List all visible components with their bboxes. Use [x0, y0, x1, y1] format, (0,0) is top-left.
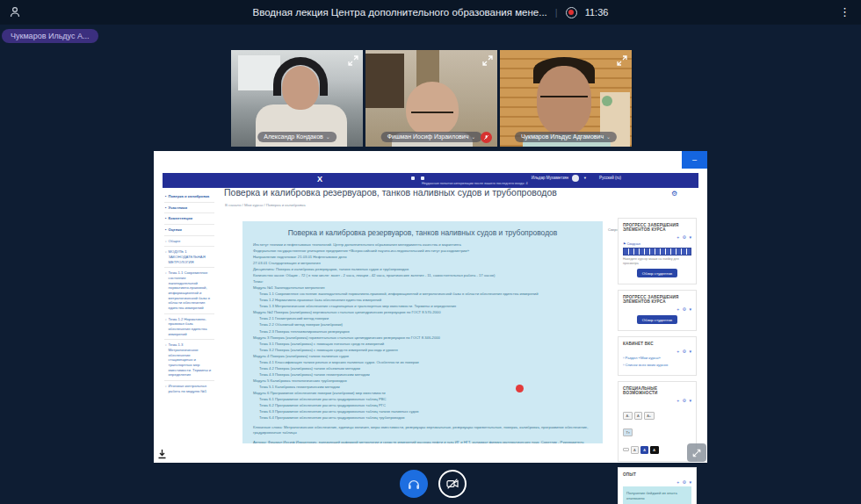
- sidebar-item[interactable]: ▫ Тема 1.1 Современное состояние законод…: [164, 267, 214, 313]
- gear-icon[interactable]: ⚙: [683, 479, 686, 485]
- sidebar-item[interactable]: ▫ Итоговая контрольная работа по модулю …: [164, 380, 214, 396]
- course-topic-line: Тема 3.1 Поверка (калибровка) с помощью …: [253, 342, 592, 347]
- color-scheme-button[interactable]: [623, 448, 629, 451]
- students-overview-button[interactable]: Обзор студентов: [637, 269, 677, 277]
- course-intro: Институт техники и нефтегазовых технолог…: [253, 242, 592, 284]
- participants-icon[interactable]: [9, 6, 21, 22]
- course-topic-line: Модуль 5 Калибровка технологических труб…: [253, 378, 592, 384]
- minimize-share-button[interactable]: –: [682, 151, 707, 169]
- color-scheme-button[interactable]: A: [640, 446, 649, 454]
- participant-name-pill[interactable]: Чукмаров Ильдус Адгамович ⌄: [515, 132, 617, 142]
- sidebar-item[interactable]: ▫ Тема 1.3 Метрологическое обеспечение с…: [164, 339, 214, 380]
- add-icon[interactable]: +: [676, 479, 679, 485]
- cabinet-block: КАБИНЕТ ВКС + ⚙ ▾ › Раздел «Мои курсы» ›…: [618, 336, 697, 375]
- add-icon[interactable]: +: [676, 398, 679, 403]
- sidebar-item-icon: ▪: [165, 216, 167, 221]
- gear-icon[interactable]: ⚙: [683, 398, 686, 403]
- video-tile[interactable]: Чукмаров Ильдус Адгамович ⌄: [500, 50, 632, 147]
- progress-block: ПРОГРЕСС ЗАВЕРШЕНИЯ ЭЛЕМЕНТОВ КУРСА + ⚙ …: [618, 218, 697, 284]
- sidebar-item-label: МОДУЛЬ 1 ЗАКОНОДАТЕЛЬНАЯ МЕТРОЛОГИЯ: [169, 249, 214, 264]
- more-menu-button[interactable]: ⋮: [839, 4, 850, 19]
- video-tile[interactable]: Фишман Иосиф Израилович ⌄: [365, 50, 497, 147]
- font-size-button[interactable]: A+: [644, 412, 655, 420]
- participant-name-pill[interactable]: Александр Кондаков ⌄: [257, 132, 336, 142]
- sidebar-item[interactable]: ▪ Участники: [164, 202, 214, 213]
- sidebar-item[interactable]: ▫ МОДУЛЬ 1 ЗАКОНОДАТЕЛЬНАЯ МЕТРОЛОГИЯ: [164, 246, 214, 267]
- course-authors: Авторы: Фишман Иосиф Израилович, заведую…: [253, 440, 592, 443]
- course-topic-line: Тема 4.1 Классификация танков речных и м…: [253, 360, 592, 365]
- fullscreen-icon[interactable]: [482, 54, 493, 64]
- block-controls[interactable]: + ⚙ ▾: [623, 398, 691, 403]
- block-controls[interactable]: + ⚙ ▾: [623, 306, 691, 312]
- participant-name-pill[interactable]: Фишман Иосиф Израилович ⌄: [381, 132, 482, 142]
- block-controls[interactable]: + ⚙ ▾: [623, 234, 691, 240]
- font-size-button[interactable]: A-: [623, 412, 633, 420]
- gear-icon[interactable]: ⚙: [683, 349, 686, 354]
- font-size-button[interactable]: A: [634, 412, 643, 420]
- caret-down-icon[interactable]: ▾: [689, 398, 691, 403]
- resize-handle[interactable]: [687, 443, 706, 462]
- conference-window: Вводная лекция Центра дополнительного об…: [0, 0, 861, 504]
- course-intro-line: 27.03.01 Стандартизация и метрология: [253, 261, 592, 266]
- notifications-icon[interactable]: [411, 176, 415, 180]
- progress-block: ПРОГРЕСС ЗАВЕРШЕНИЯ ЭЛЕМЕНТОВ КУРСА + ⚙ …: [618, 290, 697, 331]
- course-topic-line: Тема 6.1 Программное обеспечение расчета…: [253, 397, 592, 402]
- color-scheme-button[interactable]: A: [650, 446, 659, 454]
- user-menu-caret-icon[interactable]: ▾: [584, 176, 586, 180]
- participant-name: Александр Кондаков: [264, 132, 323, 142]
- add-icon[interactable]: +: [676, 306, 679, 312]
- download-icon[interactable]: [157, 447, 167, 463]
- add-icon[interactable]: +: [676, 234, 679, 240]
- caret-down-icon[interactable]: ▾: [689, 234, 691, 240]
- sidebar-item-label: Тема 1.1 Современное состояние законодат…: [169, 270, 214, 310]
- moodle-logo[interactable]: Х: [317, 175, 322, 184]
- students-overview-button[interactable]: Обзор студентов: [637, 315, 677, 324]
- moodle-right-column: ПРОГРЕСС ЗАВЕРШЕНИЯ ЭЛЕМЕНТОВ КУРСА + ⚙ …: [618, 218, 697, 504]
- course-summary-box: Поверка и калибровка резервуаров, танков…: [242, 221, 603, 443]
- progress-bar[interactable]: [623, 248, 691, 256]
- gear-icon[interactable]: ⚙: [683, 234, 686, 240]
- gear-icon[interactable]: ⚙: [683, 306, 686, 312]
- block-title: СПЕЦИАЛЬНЫЕ ВОЗМОЖНОСТИ: [623, 386, 691, 395]
- caret-down-icon[interactable]: ▾: [689, 479, 691, 485]
- font-style-button[interactable]: Тт: [623, 428, 633, 436]
- moodle-user-name[interactable]: Ильдар Мухаметзян: [532, 176, 568, 180]
- sidebar-item[interactable]: ▫ Тема 1.2 Нормативно-правовая база обес…: [164, 313, 214, 340]
- course-topic-line: Тема 6.4 Программное обеспечение расчета…: [253, 415, 592, 421]
- course-keywords: Ключевые слова: Метрологическое обеспече…: [253, 425, 592, 436]
- top-bar: Вводная лекция Центра дополнительного об…: [0, 0, 861, 25]
- recording-timer: 11:36: [585, 7, 609, 18]
- language-selector[interactable]: Русский (ru): [599, 176, 621, 180]
- breadcrumb[interactable]: В начало / Мои курсы / Поверка и калибро…: [225, 203, 306, 207]
- course-topic-line: Тема 4.2 Поверка (калибровка) танков объ…: [253, 366, 592, 371]
- course-topic-list: Модуль №1 Законодательная метрология Тем…: [253, 285, 592, 421]
- block-controls[interactable]: + ⚙ ▾: [623, 349, 691, 354]
- messages-icon[interactable]: [421, 176, 424, 180]
- camera-off-button[interactable]: [438, 470, 467, 498]
- color-scheme-button[interactable]: A: [631, 446, 640, 454]
- sidebar-item[interactable]: ▪ Компетенции: [164, 212, 214, 224]
- add-icon[interactable]: +: [676, 349, 679, 354]
- cabinet-link[interactable]: › Список всех моих курсов: [623, 363, 691, 368]
- decor-background: [602, 96, 612, 106]
- caret-down-icon[interactable]: ▾: [689, 306, 691, 312]
- gear-icon[interactable]: ⚙: [671, 190, 677, 198]
- sidebar-item-icon: ▫: [165, 239, 167, 244]
- cabinet-link[interactable]: › Раздел «Мои курсы»: [623, 356, 691, 361]
- fullscreen-icon[interactable]: [617, 54, 627, 64]
- caret-down-icon[interactable]: ▾: [689, 349, 691, 354]
- experience-block: ОПЫТ + ⚙ ▾ Получение бейджей из опыта от…: [618, 467, 697, 504]
- accessibility-block: СПЕЦИАЛЬНЫЕ ВОЗМОЖНОСТИ + ⚙ ▾ A-AA+ Тт A…: [618, 381, 697, 463]
- sidebar-item-icon: ▪: [165, 194, 167, 199]
- sidebar-item[interactable]: ▪ Поверка и калибровка: [164, 191, 214, 202]
- fullscreen-icon[interactable]: [348, 54, 358, 64]
- block-controls[interactable]: + ⚙ ▾: [623, 479, 691, 485]
- course-topic-line: Модуль №2 Поверка (калибровка) вертикаль…: [253, 310, 592, 315]
- sidebar-item[interactable]: ▪ Оценки: [164, 224, 214, 235]
- video-tile[interactable]: Александр Кондаков ⌄: [231, 50, 363, 147]
- glasses-silhouette: [411, 112, 453, 119]
- avatar[interactable]: [572, 175, 579, 182]
- course-topic-line: Тема 1.2 Нормативно-правовая база обеспе…: [253, 298, 592, 303]
- sidebar-item[interactable]: ▫ Общее: [164, 235, 214, 247]
- audio-settings-button[interactable]: [400, 470, 428, 498]
